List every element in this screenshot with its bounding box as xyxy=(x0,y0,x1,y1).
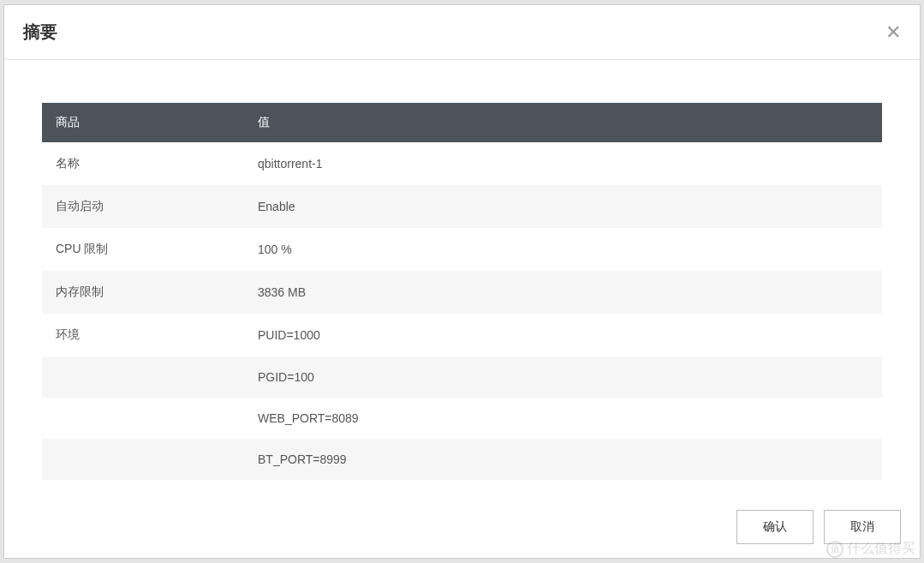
table-header-value: 值 xyxy=(244,103,882,142)
row-label: 环境 xyxy=(42,314,244,356)
table-row: 内存限制 3836 MB xyxy=(42,271,882,314)
summary-modal: 摘要 ✕ 商品 值 名称 qbittorrent-1 自动启动 Enable xyxy=(3,4,921,559)
row-label xyxy=(42,439,244,480)
close-icon[interactable]: ✕ xyxy=(885,23,901,42)
table-row: 名称 qbittorrent-1 xyxy=(42,142,882,185)
row-label: 名称 xyxy=(42,142,244,185)
summary-table: 商品 值 名称 qbittorrent-1 自动启动 Enable CPU 限制… xyxy=(42,103,882,480)
row-label: 自动启动 xyxy=(42,185,244,228)
table-row: 自动启动 Enable xyxy=(42,185,882,228)
table-row: BT_PORT=8999 xyxy=(42,439,882,480)
table-row: PGID=100 xyxy=(42,356,882,398)
row-label xyxy=(42,356,244,398)
row-value: Enable xyxy=(244,185,882,228)
modal-footer: 确认 取消 xyxy=(4,495,920,558)
row-value: WEB_PORT=8089 xyxy=(244,398,882,439)
modal-body[interactable]: 商品 值 名称 qbittorrent-1 自动启动 Enable CPU 限制… xyxy=(4,60,920,495)
row-value: PGID=100 xyxy=(244,356,882,398)
cancel-button[interactable]: 取消 xyxy=(824,510,901,544)
confirm-button[interactable]: 确认 xyxy=(736,510,814,544)
modal-header: 摘要 ✕ xyxy=(4,5,920,60)
table-row: CPU 限制 100 % xyxy=(42,228,882,271)
row-value: 100 % xyxy=(244,228,882,271)
row-value: PUID=1000 xyxy=(244,314,882,356)
row-label: CPU 限制 xyxy=(42,228,244,271)
row-value: 3836 MB xyxy=(244,271,882,314)
row-label xyxy=(42,398,244,439)
table-header-label: 商品 xyxy=(42,103,244,142)
table-row: 环境 PUID=1000 xyxy=(42,314,882,356)
modal-title: 摘要 xyxy=(23,21,57,44)
row-value: qbittorrent-1 xyxy=(244,142,882,185)
row-label: 内存限制 xyxy=(42,271,244,314)
table-header-row: 商品 值 xyxy=(42,103,882,142)
table-row: WEB_PORT=8089 xyxy=(42,398,882,439)
row-value: BT_PORT=8999 xyxy=(244,439,882,480)
